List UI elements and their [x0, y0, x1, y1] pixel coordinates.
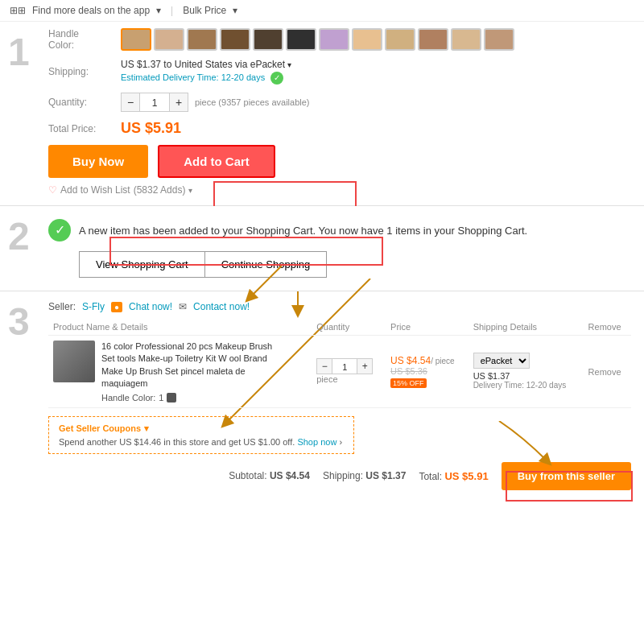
promo-desc: Spend another US $14.46 in this store an…: [59, 437, 344, 447]
discount-badge: 15% OFF: [390, 378, 427, 388]
cart-qty-increase[interactable]: +: [357, 358, 373, 374]
step-2-number: 2: [8, 214, 30, 258]
total-summary-value: US $5.91: [444, 470, 488, 482]
promo-dropdown-icon[interactable]: ▾: [144, 423, 149, 434]
wishlist-row: ♡ Add to Wish List (5832 Adds) ▾: [48, 184, 631, 196]
color-swatch-10[interactable]: [418, 28, 448, 51]
cart-qty-decrease[interactable]: −: [316, 358, 332, 374]
qty-decrease-button[interactable]: −: [121, 93, 140, 112]
color-swatches: [121, 28, 514, 51]
success-check-icon: ✓: [48, 219, 71, 242]
subtotal-value: US $4.54: [270, 470, 310, 481]
shipping-price: US $1.37: [473, 371, 579, 381]
color-swatch-11[interactable]: [451, 28, 481, 51]
epacket-dropdown-icon[interactable]: ▾: [287, 60, 291, 69]
buy-from-seller-button[interactable]: Buy from this seller: [502, 462, 631, 490]
bulk-dropdown-icon[interactable]: ▾: [233, 5, 237, 16]
color-swatch-3[interactable]: [187, 28, 217, 51]
handle-color-info: Handle Color: 1: [101, 393, 279, 402]
color-swatch-5[interactable]: [253, 28, 283, 51]
product-name[interactable]: 16 color Professional 20 pcs Makeup Brus…: [101, 341, 279, 390]
total-summary-label: Total: US $5.91: [419, 470, 488, 482]
qty-value: 1: [140, 93, 169, 112]
color-swatch-12[interactable]: [484, 28, 514, 51]
separator: |: [171, 5, 173, 16]
shipping-summary-value: US $1.37: [365, 470, 406, 481]
per-piece: / piece: [431, 357, 454, 365]
shop-now-link[interactable]: Shop now: [297, 437, 336, 447]
notification-row: ✓ A new item has been added to your Shop…: [48, 219, 631, 242]
chat-badge: ●: [111, 302, 122, 312]
buy-now-button[interactable]: Buy Now: [48, 145, 148, 178]
contact-now-link[interactable]: Contact now!: [193, 301, 250, 312]
quantity-row: Quantity: − 1 + piece (9357 pieces avail…: [48, 93, 631, 112]
total-price-label: Total Price:: [48, 123, 121, 134]
delivery-time-cart: Delivery Time: 12-20 days: [473, 381, 579, 390]
color-swatch-9[interactable]: [385, 28, 415, 51]
delivery-time: Estimated Delivery Time: 12-20 days ✓: [121, 72, 291, 85]
remove-button[interactable]: Remove: [588, 367, 621, 377]
cart-item-row: 16 color Professional 20 pcs Makeup Brus…: [48, 336, 631, 408]
col-product: Product Name & Details: [48, 319, 312, 336]
dropdown-icon[interactable]: ▾: [156, 5, 161, 16]
col-price: Price: [386, 319, 469, 336]
qty-increase-button[interactable]: +: [169, 93, 188, 112]
cart-notification-section: 2 ✓ A new item has been added to your Sh…: [0, 206, 644, 291]
seller-bar: Seller: S-Fly ● Chat now! ✉ Contact now!: [48, 301, 631, 312]
wishlist-dropdown-icon[interactable]: ▾: [188, 186, 192, 195]
heart-icon: ♡: [48, 184, 57, 196]
view-shopping-cart-button[interactable]: View Shopping Cart: [79, 251, 205, 278]
color-swatch-8[interactable]: [352, 28, 382, 51]
color-swatch-7[interactable]: [319, 28, 349, 51]
top-bar: ⊞⊞ Find more deals on the app ▾ | Bulk P…: [0, 0, 644, 22]
cart-qty-value: 1: [332, 358, 357, 374]
qty-available: piece (9357 pieces available): [195, 97, 309, 107]
color-swatch-6[interactable]: [286, 28, 316, 51]
app-icon: ⊞⊞: [10, 5, 26, 16]
price-cell: US $4.54/ piece US $5.36 15% OFF: [386, 336, 469, 408]
total-price-value: US $5.91: [121, 120, 181, 137]
continue-shopping-button[interactable]: Continue Shopping: [205, 251, 328, 278]
cart-action-buttons: View Shopping Cart Continue Shopping: [79, 251, 631, 278]
cart-table-header: Product Name & Details Quantity Price Sh…: [48, 319, 631, 336]
total-price-row: Total Price: US $5.91: [48, 120, 631, 137]
cart-table: Product Name & Details Quantity Price Sh…: [48, 319, 631, 408]
quantity-label: Quantity:: [48, 97, 121, 108]
original-price: US $5.36: [390, 366, 464, 376]
wishlist-count: (5832 Adds): [134, 184, 186, 196]
promo-title: Get Seller Coupons ▾: [59, 423, 344, 434]
handle-color-label: Handle Color:: [48, 28, 121, 51]
step-1-number: 1: [8, 30, 30, 74]
col-shipping: Shipping Details: [469, 319, 584, 336]
bulk-price-text[interactable]: Bulk Price: [183, 5, 226, 16]
remove-cell: Remove: [584, 336, 631, 408]
step-3-number: 3: [8, 299, 30, 344]
action-buttons: Buy Now Add to Cart: [48, 145, 631, 178]
color-swatch-4[interactable]: [220, 28, 250, 51]
product-image: [53, 341, 95, 382]
handle-color-dot: [167, 393, 176, 402]
current-price: US $4.54/ piece: [390, 355, 464, 366]
promo-arrow-icon: ›: [339, 437, 342, 447]
wishlist-text[interactable]: Add to Wish List: [60, 184, 130, 196]
quantity-control: − 1 +: [121, 93, 188, 112]
cart-qty-control: − 1 +: [316, 358, 381, 374]
order-summary-row: Subtotal: US $4.54 Shipping: US $1.37 To…: [48, 462, 631, 490]
shipping-value: US $1.37 to United States via ePacket ▾: [121, 59, 291, 70]
quantity-cell: − 1 + piece: [312, 336, 386, 408]
seller-label: Seller:: [48, 301, 76, 312]
promo-box: Get Seller Coupons ▾ Spend another US $1…: [48, 416, 354, 454]
add-to-cart-button[interactable]: Add to Cart: [158, 145, 275, 178]
color-swatch-1[interactable]: [121, 28, 151, 51]
delivery-check-icon: ✓: [270, 72, 283, 85]
product-cell: 16 color Professional 20 pcs Makeup Brus…: [48, 336, 312, 408]
shipping-info: US $1.37 to United States via ePacket ▾ …: [121, 59, 291, 85]
contact-icon: ✉: [179, 301, 187, 312]
seller-name[interactable]: S-Fly: [82, 301, 105, 312]
color-swatch-2[interactable]: [154, 28, 184, 51]
find-deals-text[interactable]: Find more deals on the app: [32, 5, 150, 16]
shipping-method-select[interactable]: ePacket: [473, 353, 530, 369]
subtotal-label: Subtotal: US $4.54: [229, 470, 310, 481]
shipping-cell: ePacket US $1.37 Delivery Time: 12-20 da…: [469, 336, 584, 408]
chat-now-link[interactable]: Chat now!: [129, 301, 172, 312]
